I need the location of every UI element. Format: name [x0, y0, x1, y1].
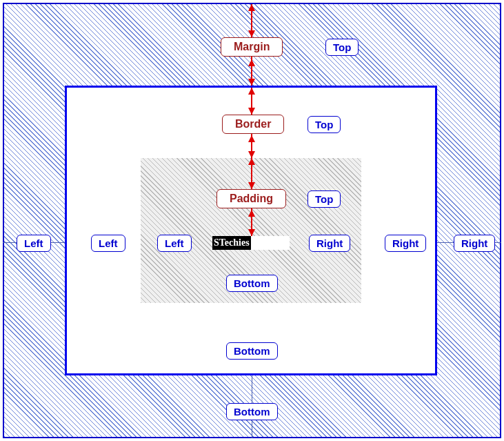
border-left-label: Left	[91, 235, 125, 252]
border-title: Border	[222, 115, 284, 134]
padding-top-label: Top	[308, 190, 341, 208]
margin-left-label: Left	[17, 235, 51, 252]
margin-right-label: Right	[454, 235, 495, 252]
border-right-label: Right	[385, 235, 426, 252]
arrowhead-down-icon	[248, 79, 255, 86]
arrowhead-up-icon	[248, 4, 255, 11]
arrowhead-up-icon	[248, 88, 255, 95]
arrowhead-down-icon	[248, 30, 255, 37]
margin-title: Margin	[221, 37, 283, 57]
arrowhead-down-icon	[248, 182, 255, 189]
border-bottom-label: Bottom	[226, 342, 278, 360]
arrowhead-down-icon	[248, 108, 255, 115]
margin-bottom-label: Bottom	[226, 403, 278, 420]
arrowhead-up-icon	[248, 210, 255, 217]
margin-top-label: Top	[325, 39, 359, 56]
padding-right-label: Right	[309, 235, 350, 252]
content-text: STechies	[212, 236, 251, 250]
box-model-diagram: STechies Margin Border Padding Top Top T…	[3, 3, 501, 438]
arrowhead-up-icon	[248, 158, 255, 165]
border-top-label: Top	[308, 116, 341, 133]
arrowhead-up-icon	[248, 59, 255, 66]
content-region: STechies	[212, 236, 290, 250]
arrowhead-down-icon	[248, 151, 255, 158]
padding-bottom-label: Bottom	[226, 275, 278, 292]
arrowhead-up-icon	[248, 135, 255, 142]
padding-title: Padding	[216, 189, 286, 208]
arrowhead-down-icon	[248, 229, 255, 236]
padding-left-label: Left	[157, 235, 192, 252]
